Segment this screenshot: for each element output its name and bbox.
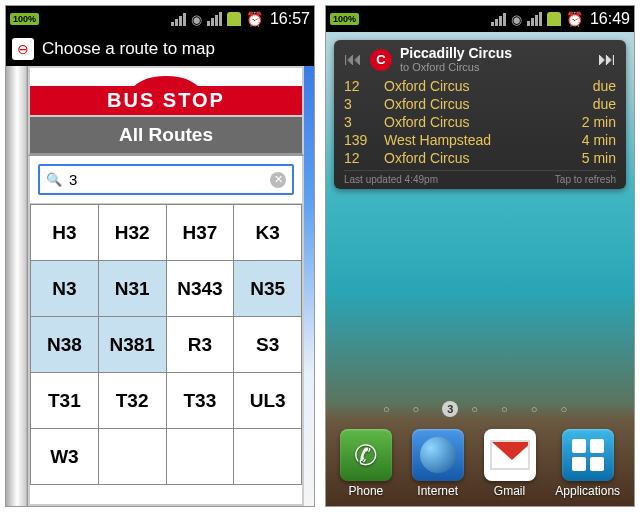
status-clock: 16:49 [590, 10, 630, 28]
route-cell[interactable]: K3 [234, 205, 302, 261]
phone-left: 100% ◉ ⏰ 16:57 ⊖ Choose a route to map B… [5, 5, 315, 507]
search-box[interactable]: 🔍 ✕ [38, 164, 294, 195]
android-icon [227, 12, 241, 26]
departure-row: 12Oxford Circusdue [344, 77, 616, 95]
route-cell[interactable]: T33 [166, 373, 234, 429]
status-clock: 16:57 [270, 10, 310, 28]
app-icon: ⊖ [12, 38, 34, 60]
route-cell [98, 429, 166, 485]
route-cell [166, 429, 234, 485]
route-cell[interactable]: N343 [166, 261, 234, 317]
departure-row: 12Oxford Circus5 min [344, 149, 616, 167]
gmail-icon [484, 429, 536, 481]
roundel-graphic [28, 66, 304, 86]
route-cell [234, 429, 302, 485]
cell-signal-icon [207, 12, 222, 26]
departure-time: 2 min [582, 114, 616, 130]
clear-search-icon[interactable]: ✕ [270, 172, 286, 188]
departures-list: 12Oxford Circusdue3Oxford Circusdue3Oxfo… [344, 77, 616, 167]
dock-phone-label: Phone [349, 484, 384, 498]
departure-time: 5 min [582, 150, 616, 166]
route-cell[interactable]: H37 [166, 205, 234, 261]
dock-applications-label: Applications [555, 484, 620, 498]
cell-signal-icon [527, 12, 542, 26]
battery-indicator: 100% [10, 13, 39, 25]
apps-icon [562, 429, 614, 481]
widget-next-icon[interactable]: ⏭ [598, 49, 616, 70]
bus-stop-label: BUS STOP [28, 86, 304, 115]
dock: ✆ Phone Internet Gmail Applications [326, 423, 634, 506]
departure-dest: Oxford Circus [384, 78, 593, 94]
status-bar: 100% ◉ ⏰ 16:57 [6, 6, 314, 32]
route-cell[interactable]: N3 [31, 261, 99, 317]
alarm-icon: ⏰ [566, 11, 583, 27]
search-icon: 🔍 [46, 172, 62, 187]
departure-route: 12 [344, 78, 384, 94]
home-screen[interactable]: ⏮ C Piccadilly Circus to Oxford Circus ⏭… [326, 32, 634, 506]
bus-stop-pole [6, 66, 28, 506]
departure-dest: West Hampstead [384, 132, 582, 148]
widget-prev-icon[interactable]: ⏮ [344, 49, 362, 70]
phone-right: 100% ◉ ⏰ 16:49 ⏮ C Piccadilly Circus to … [325, 5, 635, 507]
app-header: ⊖ Choose a route to map [6, 32, 314, 66]
dock-internet-label: Internet [417, 484, 458, 498]
search-input[interactable] [66, 168, 270, 191]
wifi-icon: ◉ [511, 12, 522, 27]
route-cell[interactable]: W3 [31, 429, 99, 485]
page-active: 3 [442, 401, 458, 417]
stop-destination: to Oxford Circus [400, 61, 512, 73]
signal-icon [171, 13, 186, 26]
android-icon [547, 12, 561, 26]
route-cell[interactable]: N381 [98, 317, 166, 373]
departure-dest: Oxford Circus [384, 114, 582, 130]
stop-name: Piccadilly Circus [400, 46, 512, 61]
status-bar: 100% ◉ ⏰ 16:49 [326, 6, 634, 32]
stop-info: Piccadilly Circus to Oxford Circus [400, 46, 512, 73]
route-cell[interactable]: T31 [31, 373, 99, 429]
departure-row: 3Oxford Circusdue [344, 95, 616, 113]
departure-route: 3 [344, 96, 384, 112]
dock-internet[interactable]: Internet [412, 429, 464, 498]
departure-row: 3Oxford Circus2 min [344, 113, 616, 131]
app-title: Choose a route to map [42, 39, 215, 59]
search-row: 🔍 ✕ [28, 156, 304, 203]
departure-time: due [593, 78, 616, 94]
app-body: BUS STOP All Routes 🔍 ✕ H3H32H37K3N3N31N… [6, 66, 314, 506]
route-grid: H3H32H37K3N3N31N343N35N38N381R3S3T31T32T… [28, 203, 304, 506]
departure-route: 12 [344, 150, 384, 166]
route-cell[interactable]: T32 [98, 373, 166, 429]
route-cell[interactable]: N38 [31, 317, 99, 373]
departure-route: 3 [344, 114, 384, 130]
departure-row: 139West Hampstead4 min [344, 131, 616, 149]
bus-widget[interactable]: ⏮ C Piccadilly Circus to Oxford Circus ⏭… [334, 40, 626, 189]
departure-dest: Oxford Circus [384, 150, 582, 166]
dock-gmail[interactable]: Gmail [484, 429, 536, 498]
signal-icon [491, 13, 506, 26]
phone-icon: ✆ [340, 429, 392, 481]
route-cell[interactable]: N35 [234, 261, 302, 317]
route-cell[interactable]: N31 [98, 261, 166, 317]
line-badge: C [370, 49, 392, 71]
tap-refresh-label[interactable]: Tap to refresh [555, 174, 616, 185]
dock-gmail-label: Gmail [494, 484, 525, 498]
last-updated-label: Last updated 4:49pm [344, 174, 438, 185]
route-cell[interactable]: H32 [98, 205, 166, 261]
departure-time: due [593, 96, 616, 112]
route-cell[interactable]: UL3 [234, 373, 302, 429]
route-cell[interactable]: H3 [31, 205, 99, 261]
route-cell[interactable]: S3 [234, 317, 302, 373]
battery-indicator: 100% [330, 13, 359, 25]
all-routes-button[interactable]: All Routes [28, 115, 304, 156]
route-cell[interactable]: R3 [166, 317, 234, 373]
wifi-icon: ◉ [191, 12, 202, 27]
alarm-icon: ⏰ [246, 11, 263, 27]
dock-phone[interactable]: ✆ Phone [340, 429, 392, 498]
page-indicator[interactable]: ○ ○ 3 ○ ○ ○ ○ [326, 395, 634, 423]
departure-route: 139 [344, 132, 384, 148]
globe-icon [412, 429, 464, 481]
dock-applications[interactable]: Applications [555, 429, 620, 498]
departure-time: 4 min [582, 132, 616, 148]
departure-dest: Oxford Circus [384, 96, 593, 112]
